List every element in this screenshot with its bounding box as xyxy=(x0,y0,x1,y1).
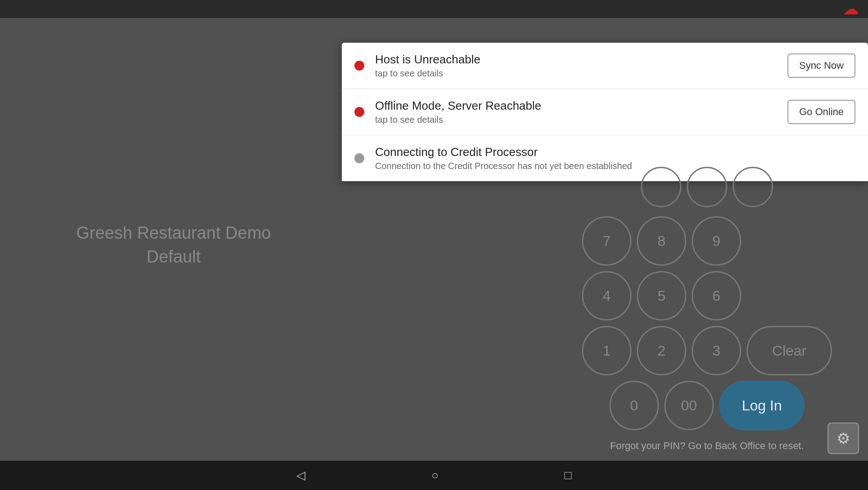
pin-key-9[interactable]: 9 xyxy=(692,216,741,266)
restaurant-title-line1: Greesh Restaurant Demo xyxy=(76,221,271,245)
pin-key-4[interactable]: 4 xyxy=(582,271,631,321)
pin-key-5[interactable]: 5 xyxy=(637,271,686,321)
top-bar: ☁ xyxy=(0,0,868,18)
login-button[interactable]: Log In xyxy=(719,381,805,430)
pin-key-1[interactable]: 1 xyxy=(582,326,631,375)
settings-button[interactable]: ⚙ xyxy=(828,423,859,454)
notif-sub-offline: tap to see details xyxy=(375,115,779,125)
pin-dot-1 xyxy=(641,167,681,207)
pin-key-3[interactable]: 3 xyxy=(692,326,741,375)
pin-row-123-clear: 1 2 3 Clear xyxy=(582,326,832,375)
pin-pad-area: 7 8 9 4 5 6 1 2 3 Clear 0 00 Log In Forg… xyxy=(582,167,832,452)
pin-key-7[interactable]: 7 xyxy=(582,216,631,266)
notif-sub-host: tap to see details xyxy=(375,68,779,79)
forgot-pin-text: Forgot your PIN? Go to Back Office to re… xyxy=(610,440,804,452)
recents-button[interactable]: □ xyxy=(564,468,572,482)
pin-display xyxy=(641,167,773,207)
status-dot-gray xyxy=(354,153,364,163)
pin-dot-3 xyxy=(733,167,773,207)
status-dot-red xyxy=(354,61,364,71)
pin-dot-2 xyxy=(687,167,727,207)
notification-item-host-unreachable[interactable]: Host is Unreachable tap to see details S… xyxy=(342,43,868,89)
notification-item-offline-mode[interactable]: Offline Mode, Server Reachable tap to se… xyxy=(342,89,868,135)
notification-panel: Host is Unreachable tap to see details S… xyxy=(342,43,868,181)
pin-key-8[interactable]: 8 xyxy=(637,216,686,266)
back-button[interactable]: ◁ xyxy=(296,468,305,482)
pin-row-0-login: 0 00 Log In xyxy=(609,381,805,430)
go-online-button[interactable]: Go Online xyxy=(787,100,855,124)
gear-icon: ⚙ xyxy=(837,429,850,447)
pin-key-0[interactable]: 0 xyxy=(609,381,659,430)
clear-button[interactable]: Clear xyxy=(747,326,832,375)
pin-key-00[interactable]: 00 xyxy=(664,381,714,430)
notif-title-offline: Offline Mode, Server Reachable xyxy=(375,99,779,113)
sync-now-button[interactable]: Sync Now xyxy=(787,53,855,78)
notif-title-host: Host is Unreachable xyxy=(375,53,779,67)
status-dot-red-2 xyxy=(354,107,364,117)
restaurant-name: Greesh Restaurant Demo Default xyxy=(76,221,271,269)
home-button[interactable]: ○ xyxy=(431,468,438,482)
bottom-nav-bar: ◁ ○ □ xyxy=(0,461,868,490)
notif-title-credit: Connecting to Credit Processor xyxy=(375,145,855,159)
cloud-icon[interactable]: ☁ xyxy=(843,0,859,18)
pin-row-456: 4 5 6 xyxy=(582,271,832,321)
pin-row-789: 7 8 9 xyxy=(582,216,832,266)
restaurant-title-line2: Default xyxy=(76,245,271,269)
pin-key-6[interactable]: 6 xyxy=(692,271,741,321)
pin-key-2[interactable]: 2 xyxy=(637,326,686,375)
notif-text-offline: Offline Mode, Server Reachable tap to se… xyxy=(375,99,779,125)
notif-text-host: Host is Unreachable tap to see details xyxy=(375,53,779,79)
